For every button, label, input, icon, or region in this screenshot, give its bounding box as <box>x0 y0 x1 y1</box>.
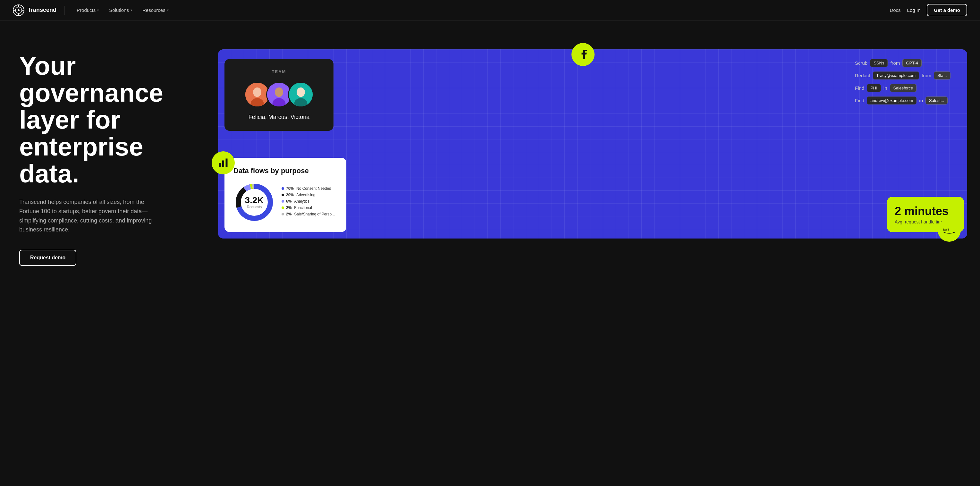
legend-no-consent: 70% No Consent Needed <box>282 186 337 191</box>
data-flows-body: 3.2K Requests 70% No Consent Needed 20% … <box>234 181 337 223</box>
action-row-find1: Find PHI in Salesforce <box>855 84 964 92</box>
legend-dot-advertising <box>282 194 284 196</box>
avatar-victoria <box>288 82 313 107</box>
svg-rect-21 <box>226 159 228 167</box>
team-card-title: TEAM <box>235 69 323 74</box>
two-min-number: 2 minutes <box>895 205 956 218</box>
chart-icon-circle <box>212 151 235 175</box>
action-verb-redact: Redact <box>855 73 870 78</box>
hero-section: Your governance layer for enterprise dat… <box>0 21 980 486</box>
donut-number: 3.2K <box>245 196 264 205</box>
hero-right: TEAM <box>199 40 967 238</box>
legend-analytics: 6% Analytics <box>282 199 337 203</box>
action-tag-phi: PHI <box>867 84 881 92</box>
legend-functional: 2% Functional <box>282 205 337 210</box>
svg-rect-20 <box>222 160 224 167</box>
action-verb-scrub: Scrub <box>855 60 867 66</box>
data-legend: 70% No Consent Needed 20% Advertising 6%… <box>282 186 337 218</box>
nav-links: Products ▾ Solutions ▾ Resources ▾ <box>72 5 889 15</box>
aws-logo-icon: aws <box>943 226 956 234</box>
fb-logo-icon <box>577 49 589 60</box>
chevron-down-icon: ▾ <box>97 8 99 12</box>
action-connector-in1: in <box>883 85 887 91</box>
svg-point-2 <box>18 9 19 11</box>
action-verb-find2: Find <box>855 98 864 103</box>
nav-right: Docs Log In Get a demo <box>889 4 967 16</box>
request-demo-button[interactable]: Request demo <box>19 250 76 266</box>
logo-link[interactable]: Transcend <box>13 5 56 16</box>
action-tag-salesforce2: Salesf... <box>926 97 948 105</box>
team-avatars <box>235 82 323 107</box>
legend-dot-analytics <box>282 200 284 203</box>
team-card: TEAM <box>224 59 334 131</box>
donut-center: 3.2K Requests <box>245 196 264 209</box>
svg-point-18 <box>297 88 304 97</box>
svg-rect-19 <box>219 163 221 167</box>
team-names: Felicia, Marcus, Victoria <box>235 114 323 121</box>
hero-subtitle: Transcend helps companies of all sizes, … <box>19 197 160 234</box>
data-flows-card: Data flows by purpose <box>224 158 346 232</box>
nav-resources[interactable]: Resources ▾ <box>138 5 173 15</box>
action-row-find2: Find andrew@example.com in Salesf... <box>855 97 964 105</box>
nav-solutions[interactable]: Solutions ▾ <box>105 5 137 15</box>
legend-dot-no-consent <box>282 187 284 190</box>
legend-advertising: 20% Advertising <box>282 193 337 197</box>
legend-sale: 2% Sale/Sharing of Perso... <box>282 212 337 216</box>
action-connector-from2: from <box>922 73 931 78</box>
hero-left: Your governance layer for enterprise dat… <box>19 40 186 266</box>
svg-text:aws: aws <box>943 227 949 231</box>
action-tag-tracy: Tracy@example.com <box>873 71 920 79</box>
nav-products[interactable]: Products ▾ <box>72 5 103 15</box>
action-panel: Scrub SSNs from GPT-4 Redact Tracy@examp… <box>855 59 964 109</box>
hero-title: Your governance layer for enterprise dat… <box>19 52 186 187</box>
docs-link[interactable]: Docs <box>889 7 900 13</box>
action-verb-find1: Find <box>855 85 864 91</box>
facebook-icon <box>571 43 595 66</box>
chart-bar-icon <box>218 157 229 168</box>
donut-chart: 3.2K Requests <box>234 181 275 223</box>
action-tag-salesforce1: Salesforce <box>890 84 916 92</box>
svg-point-10 <box>254 88 261 97</box>
action-connector-in2: in <box>919 98 923 103</box>
navbar: Transcend Products ▾ Solutions ▾ Resourc… <box>0 0 980 21</box>
chevron-down-icon: ▾ <box>130 8 132 12</box>
aws-icon-circle: aws <box>938 219 961 242</box>
legend-dot-functional <box>282 206 284 209</box>
action-tag-ssns: SSNs <box>870 59 888 67</box>
action-row-scrub: Scrub SSNs from GPT-4 <box>855 59 964 67</box>
action-tag-gpt4: GPT-4 <box>902 59 922 67</box>
action-tag-andrew: andrew@example.com <box>867 97 916 105</box>
login-link[interactable]: Log In <box>907 7 921 13</box>
chevron-down-icon: ▾ <box>167 8 169 12</box>
logo-icon <box>13 5 24 16</box>
data-flows-title: Data flows by purpose <box>234 167 337 175</box>
legend-dot-sale <box>282 213 284 216</box>
action-row-redact: Redact Tracy@example.com from Sla... <box>855 71 964 79</box>
svg-point-14 <box>275 88 283 97</box>
action-connector-from1: from <box>890 60 900 66</box>
get-demo-button[interactable]: Get a demo <box>927 4 967 16</box>
action-tag-slack: Sla... <box>934 71 950 79</box>
donut-label: Requests <box>245 205 264 209</box>
